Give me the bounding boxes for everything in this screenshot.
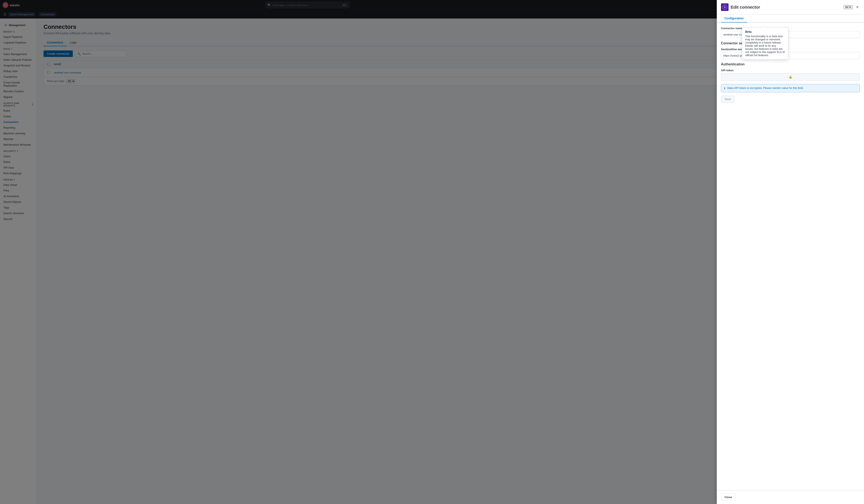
flyout-header: Edit connector BETA ✕ [717,0,864,14]
beta-tooltip-title: Beta [745,30,785,34]
flyout-body: Connector name Connector settings Sentin… [717,23,864,490]
encrypted-value-alert: ℹ Value API token is encrypted. Please r… [721,84,860,92]
api-token-input-container[interactable]: 🔒 [721,73,860,81]
flyout-tab-bar: Configuration [717,14,864,23]
flyout-overlay: Edit connector BETA ✕ Configuration Conn… [0,0,864,504]
save-button-container: Save [721,96,860,102]
flyout-title: Edit connector [731,5,842,10]
alert-info-icon: ℹ [724,87,725,90]
connector-name-group: Connector name [721,27,860,38]
beta-badge[interactable]: BETA [844,5,853,9]
beta-tooltip: Beta This functionality is in beta and m… [742,27,788,60]
svg-point-5 [724,7,725,8]
sentinel-tenant-group: SentinelOne tenant URL [721,48,860,59]
edit-connector-flyout: Edit connector BETA ✕ Configuration Conn… [717,0,864,504]
beta-tooltip-text: This functionality is in beta and may be… [745,35,785,57]
api-token-label: API token [721,69,860,72]
connector-name-label: Connector name [721,27,860,30]
encrypted-message: Value API token is encrypted. Please ree… [727,86,804,89]
close-button[interactable]: Close [721,494,735,501]
sentinel-tenant-input[interactable] [721,52,860,59]
sentinel-tenant-label: SentinelOne tenant URL [721,48,860,51]
save-button[interactable]: Save [721,96,734,102]
authentication-section-title: Authentication [721,62,860,66]
flyout-tab-configuration[interactable]: Configuration [721,14,747,23]
connector-name-input[interactable] [721,31,860,38]
flyout-footer: Close [717,490,864,504]
lock-icon: 🔒 [789,75,792,78]
flyout-close-button[interactable]: ✕ [855,4,860,10]
connector-settings-section-title: Connector settings [721,41,860,45]
api-token-group: API token 🔒 [721,69,860,81]
sentinelone-logo-icon [721,3,729,11]
